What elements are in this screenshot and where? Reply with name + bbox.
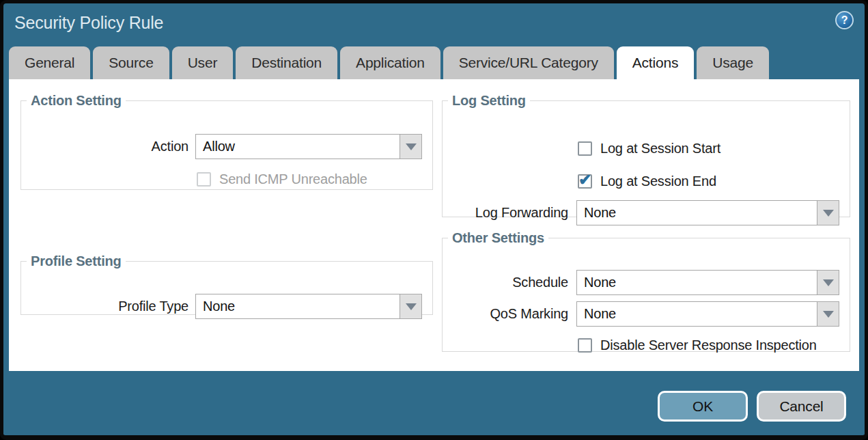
qos-marking-dropdown-value[interactable]: None — [576, 301, 817, 327]
security-policy-rule-dialog: Security Policy Rule ? General Source Us… — [0, 0, 868, 440]
profile-setting-section: Profile Setting Profile Type None — [20, 253, 433, 315]
qos-marking-label: QoS Marking — [443, 301, 568, 327]
qos-marking-dropdown[interactable]: None — [576, 301, 839, 327]
dsri-checkbox[interactable]: ✔ — [578, 338, 592, 353]
chevron-down-icon — [823, 210, 834, 217]
profile-type-dropdown[interactable]: None — [195, 294, 422, 319]
tab-destination[interactable]: Destination — [236, 46, 337, 79]
profile-type-dropdown-value[interactable]: None — [195, 294, 400, 319]
log-session-end-label[interactable]: Log at Session End — [600, 174, 716, 189]
tab-actions[interactable]: Actions — [617, 46, 694, 79]
dialog-title: Security Policy Rule — [14, 13, 163, 33]
dsri-row: ✔ Disable Server Response Inspection — [578, 337, 817, 353]
log-forwarding-dropdown-button[interactable] — [817, 200, 839, 225]
log-session-start-row: ✔ Log at Session Start — [578, 140, 720, 156]
help-icon[interactable]: ? — [835, 11, 854, 29]
dsri-label[interactable]: Disable Server Response Inspection — [600, 338, 817, 353]
chevron-down-icon — [823, 311, 834, 318]
chevron-down-icon — [823, 279, 834, 286]
tab-source[interactable]: Source — [93, 46, 169, 79]
other-settings-legend: Other Settings — [448, 230, 548, 246]
tab-general[interactable]: General — [9, 46, 90, 79]
tab-content-panel: Action Setting Action Allow ✔ Send ICMP … — [9, 79, 859, 371]
log-session-start-label[interactable]: Log at Session Start — [600, 141, 720, 156]
schedule-dropdown[interactable]: None — [576, 270, 839, 295]
action-setting-legend: Action Setting — [27, 93, 126, 109]
ok-button[interactable]: OK — [658, 391, 748, 422]
send-icmp-checkbox: ✔ — [197, 172, 211, 187]
log-session-end-row: ✔ Log at Session End — [578, 173, 716, 189]
qos-marking-dropdown-button[interactable] — [817, 301, 839, 327]
log-forwarding-label: Log Forwarding — [443, 200, 568, 225]
profile-type-label: Profile Type — [21, 294, 188, 319]
send-icmp-row: ✔ Send ICMP Unreachable — [197, 171, 367, 187]
send-icmp-label: Send ICMP Unreachable — [219, 171, 367, 187]
action-setting-section: Action Setting Action Allow ✔ Send ICMP … — [20, 93, 433, 190]
profile-type-dropdown-button[interactable] — [400, 294, 422, 319]
tab-usage[interactable]: Usage — [697, 46, 769, 79]
log-session-end-checkbox[interactable]: ✔ — [578, 174, 592, 189]
log-forwarding-dropdown-value[interactable]: None — [576, 200, 817, 225]
tab-bar: General Source User Destination Applicat… — [9, 46, 769, 79]
tab-application[interactable]: Application — [340, 46, 440, 79]
checkmark-icon: ✔ — [578, 171, 591, 189]
action-dropdown-button[interactable] — [400, 134, 422, 159]
action-dropdown[interactable]: Allow — [195, 134, 422, 159]
chevron-down-icon — [406, 143, 417, 150]
cancel-button[interactable]: Cancel — [757, 391, 846, 422]
action-dropdown-value[interactable]: Allow — [195, 134, 400, 159]
profile-setting-legend: Profile Setting — [27, 253, 126, 269]
log-setting-section: Log Setting ✔ Log at Session Start ✔ Log… — [442, 93, 850, 217]
other-settings-section: Other Settings Schedule None QoS Marking… — [442, 230, 850, 352]
schedule-label: Schedule — [443, 270, 568, 295]
tab-user[interactable]: User — [172, 46, 234, 79]
schedule-dropdown-value[interactable]: None — [576, 270, 817, 295]
log-session-start-checkbox[interactable]: ✔ — [578, 141, 592, 156]
tab-service-url-category[interactable]: Service/URL Category — [443, 46, 614, 79]
log-forwarding-dropdown[interactable]: None — [576, 200, 839, 225]
schedule-dropdown-button[interactable] — [817, 270, 839, 295]
chevron-down-icon — [406, 303, 417, 310]
log-setting-legend: Log Setting — [448, 93, 530, 109]
action-label: Action — [21, 134, 188, 159]
